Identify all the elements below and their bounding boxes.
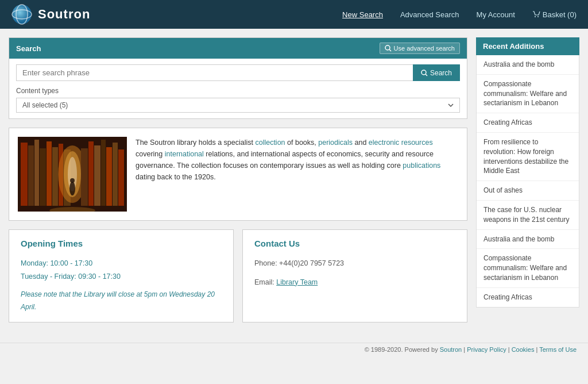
svg-rect-14 xyxy=(40,148,46,206)
recent-addition-item[interactable]: Australia and the bomb xyxy=(477,230,579,249)
search-panel: Search Use advanced search xyxy=(9,37,467,119)
recent-addition-item[interactable]: Australia and the bomb xyxy=(477,55,579,75)
svg-rect-13 xyxy=(34,140,39,206)
svg-rect-24 xyxy=(94,145,100,206)
recent-addition-item[interactable]: Creating Africas xyxy=(477,288,579,307)
library-notice: Please note that the Library will close … xyxy=(21,289,222,313)
svg-rect-26 xyxy=(106,147,112,206)
recent-additions-header: Recent Additions xyxy=(476,37,579,55)
phone-label: Phone: xyxy=(254,259,277,267)
tuesday-friday-hours: Tuesday - Friday: 09:30 - 17:30 xyxy=(21,270,222,283)
svg-point-3 xyxy=(535,16,536,17)
bottom-cards: Opening Times Monday: 10:00 - 17:30 Tues… xyxy=(9,229,467,322)
content-types-value: All selected (5) xyxy=(22,101,68,109)
new-search-link[interactable]: New Search xyxy=(342,10,383,19)
main-container: Search Use advanced search xyxy=(0,29,588,331)
library-description-text: The Soutron library holds a specialist c… xyxy=(136,137,458,212)
svg-point-30 xyxy=(69,182,75,195)
svg-point-4 xyxy=(537,16,539,17)
opening-times-title: Opening Times xyxy=(21,239,222,248)
opening-times-content: Monday: 10:00 - 17:30 Tuesday - Friday: … xyxy=(21,257,222,313)
svg-rect-27 xyxy=(113,143,118,206)
phone-value: +44(0)20 7957 5723 xyxy=(279,259,344,267)
library-image-svg xyxy=(18,137,127,212)
header: Soutron New Search Advanced Search My Ac… xyxy=(0,0,588,29)
recent-addition-item[interactable]: The case for U.S. nuclear weapons in the… xyxy=(477,201,579,230)
footer-cookies-link[interactable]: Cookies xyxy=(512,346,535,353)
footer-privacy-link[interactable]: Privacy Policy xyxy=(467,346,506,353)
my-account-link[interactable]: My Account xyxy=(477,10,515,19)
svg-point-5 xyxy=(385,45,390,50)
main-nav: New Search Advanced Search My Account Ba… xyxy=(342,10,577,19)
basket-label: Basket (0) xyxy=(543,10,577,19)
search-button[interactable]: Search xyxy=(413,64,460,81)
recent-additions-list: Australia and the bombCompassionate comm… xyxy=(476,55,579,308)
svg-rect-11 xyxy=(21,143,28,206)
svg-line-6 xyxy=(389,49,391,51)
contact-us-title: Contact Us xyxy=(254,239,455,248)
svg-rect-23 xyxy=(88,141,94,206)
contact-us-content: Phone: +44(0)20 7957 5723 Email: Library… xyxy=(254,257,455,289)
library-description-panel: The Soutron library holds a specialist c… xyxy=(9,128,467,221)
search-panel-title: Search xyxy=(16,44,41,53)
opening-times-card: Opening Times Monday: 10:00 - 17:30 Tues… xyxy=(9,229,234,322)
phone-row: Phone: +44(0)20 7957 5723 xyxy=(254,257,455,270)
footer-terms-link[interactable]: Terms of Use xyxy=(539,346,577,353)
search-panel-header: Search Use advanced search xyxy=(9,38,467,59)
recent-addition-item[interactable]: From resilience to revolution: How forei… xyxy=(477,133,579,181)
svg-rect-12 xyxy=(28,145,34,206)
sidebar: Recent Additions Australia and the bombC… xyxy=(476,37,579,322)
logo-text: Soutron xyxy=(38,7,90,22)
svg-point-31 xyxy=(70,178,75,183)
svg-line-8 xyxy=(425,74,427,76)
search-btn-icon xyxy=(421,70,428,76)
contact-us-card: Contact Us Phone: +44(0)20 7957 5723 Ema… xyxy=(242,229,467,322)
content-types-label: Content types xyxy=(16,87,460,95)
footer-copyright: © 1989-2020. Powered by xyxy=(365,346,438,353)
recent-addition-item[interactable]: Compassionate communalism: Welfare and s… xyxy=(477,75,579,113)
monday-hours: Monday: 10:00 - 17:30 xyxy=(21,257,222,270)
svg-rect-15 xyxy=(47,141,52,206)
recent-addition-item[interactable]: Compassionate communalism: Welfare and s… xyxy=(477,249,579,287)
svg-rect-28 xyxy=(118,149,124,206)
soutron-logo-icon xyxy=(11,4,32,25)
search-body: Search Content types All selected (5) xyxy=(9,59,467,118)
advanced-search-link[interactable]: Advanced Search xyxy=(400,10,459,19)
svg-point-7 xyxy=(421,70,426,75)
svg-rect-25 xyxy=(101,140,106,206)
search-input-row: Search xyxy=(16,64,460,81)
svg-point-0 xyxy=(12,5,32,24)
content-types-dropdown[interactable]: All selected (5) xyxy=(16,98,460,113)
search-btn-label: Search xyxy=(430,69,452,77)
library-image xyxy=(18,137,127,212)
use-advanced-button[interactable]: Use advanced search xyxy=(380,43,460,54)
footer: © 1989-2020. Powered by Soutron | Privac… xyxy=(0,343,588,356)
content-area: Search Use advanced search xyxy=(9,37,476,322)
basket-link[interactable]: Basket (0) xyxy=(532,10,577,19)
email-label: Email: xyxy=(254,278,274,286)
svg-rect-22 xyxy=(81,148,88,206)
basket-icon xyxy=(532,11,540,18)
email-row: Email: Library Team xyxy=(254,276,455,289)
recent-addition-item[interactable]: Out of ashes xyxy=(477,181,579,201)
footer-soutron-link[interactable]: Soutron xyxy=(440,346,462,353)
svg-rect-16 xyxy=(52,147,58,206)
chevron-down-icon xyxy=(448,103,454,107)
magnifier-icon xyxy=(385,45,392,52)
recent-addition-item[interactable]: Creating Africas xyxy=(477,113,579,133)
logo-area: Soutron xyxy=(11,4,342,25)
email-link[interactable]: Library Team xyxy=(276,278,318,286)
search-input[interactable] xyxy=(16,64,413,81)
use-advanced-label: Use advanced search xyxy=(394,45,455,52)
